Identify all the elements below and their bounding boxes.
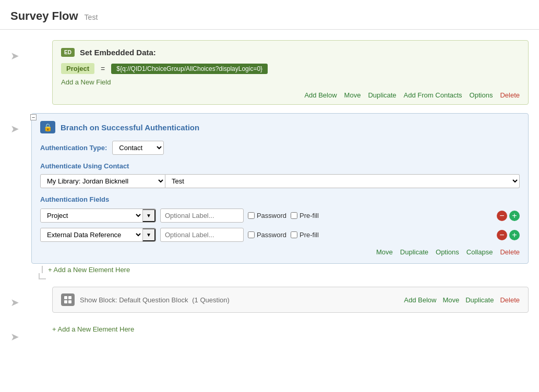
page-header: Survey Flow Test <box>0 0 539 30</box>
prefill-label-2: Pre-fill <box>300 231 319 239</box>
duplicate-button-1[interactable]: Duplicate <box>368 91 396 99</box>
prefill-checkbox-2[interactable] <box>291 231 297 238</box>
move-button-1[interactable]: Move <box>344 91 361 99</box>
optional-label-2[interactable] <box>160 228 244 242</box>
add-new-field-link[interactable]: Add a New Field <box>61 78 520 86</box>
prefill-checkbox-row-2[interactable]: Pre-fill <box>291 231 319 239</box>
embedded-block-title: Set Embedded Data: <box>80 48 156 57</box>
password-checkbox-row-1[interactable]: Password <box>248 212 286 219</box>
add-new-element-branch[interactable]: + Add a New Element Here <box>48 266 130 274</box>
duplicate-button-2[interactable]: Duplicate <box>400 248 428 256</box>
svg-rect-1 <box>68 296 71 299</box>
svg-rect-2 <box>64 300 67 303</box>
password-checkbox-1[interactable] <box>248 212 255 219</box>
password-label-1: Password <box>257 212 286 219</box>
branch-block-title: Branch on Successful Authentication <box>61 123 199 132</box>
auth-fields-label: Authentication Fields <box>40 195 520 203</box>
page-subtitle: Test <box>85 13 98 21</box>
field-chevron-1[interactable]: ▼ <box>142 209 155 222</box>
value-tag: ${q://QID1/ChoiceGroup/AllChoices?displa… <box>111 64 268 74</box>
move-button-2[interactable]: Move <box>376 248 393 256</box>
auth-using-contact-label: Authenticate Using Contact <box>40 162 520 170</box>
field-select-2[interactable]: External Data Reference Project <box>41 228 142 241</box>
show-block-icon <box>61 293 75 306</box>
add-from-contacts-button[interactable]: Add From Contacts <box>404 91 462 99</box>
page-title: Survey Flow <box>10 9 78 23</box>
show-block-title: Show Block: Default Question Block (1 Qu… <box>80 296 230 304</box>
prefill-checkbox-row-1[interactable]: Pre-fill <box>291 212 319 219</box>
arrow-right-icon-3: ➤ <box>10 296 19 309</box>
add-below-button-3[interactable]: Add Below <box>404 296 436 304</box>
add-field-1[interactable]: + <box>509 211 520 221</box>
delete-button-3[interactable]: Delete <box>500 296 520 304</box>
add-field-2[interactable]: + <box>509 230 520 240</box>
duplicate-button-3[interactable]: Duplicate <box>465 296 494 304</box>
arrow-right-icon-1: ➤ <box>10 50 19 62</box>
arrow-right-icon-2: ➤ <box>10 123 19 135</box>
auth-type-select[interactable]: Contact SSO Basic <box>112 141 164 155</box>
delete-button-1[interactable]: Delete <box>500 91 520 99</box>
equals-sign: = <box>101 65 105 73</box>
lock-icon: 🔒 <box>40 121 55 133</box>
options-button-1[interactable]: Options <box>470 91 493 99</box>
password-checkbox-2[interactable] <box>248 231 255 238</box>
prefill-label-1: Pre-fill <box>300 212 319 219</box>
collapse-marker[interactable]: − <box>30 114 37 120</box>
project-field-tag: Project <box>61 63 94 74</box>
ed-icon: ED <box>61 48 75 57</box>
field-select-1[interactable]: Project External Data Reference <box>41 209 142 222</box>
question-count: (1 Question) <box>192 296 230 304</box>
remove-field-1[interactable]: − <box>497 211 507 221</box>
optional-label-1[interactable] <box>160 209 244 223</box>
branch-block: 🔒 Branch on Successful Authentication Au… <box>31 113 529 264</box>
add-new-element-main[interactable]: + Add a New Element Here <box>52 321 529 337</box>
survey-select[interactable]: Test <box>165 174 520 188</box>
show-block: Show Block: Default Question Block (1 Qu… <box>52 287 529 313</box>
prefill-checkbox-1[interactable] <box>291 212 297 219</box>
options-button-2[interactable]: Options <box>436 248 459 256</box>
arrow-right-icon-4: ➤ <box>10 330 19 343</box>
password-checkbox-row-2[interactable]: Password <box>248 231 286 239</box>
auth-type-label: Authentication Type: <box>40 144 107 152</box>
embedded-data-block: ED Set Embedded Data: Project = ${q://QI… <box>52 40 529 105</box>
collapse-button[interactable]: Collapse <box>466 248 493 256</box>
move-button-3[interactable]: Move <box>442 296 459 304</box>
password-label-2: Password <box>257 231 286 239</box>
field-chevron-2[interactable]: ▼ <box>142 228 155 241</box>
delete-button-2[interactable]: Delete <box>500 248 520 256</box>
library-select[interactable]: My Library: Jordan Bicknell <box>40 174 165 188</box>
remove-field-2[interactable]: − <box>497 230 507 240</box>
svg-rect-0 <box>64 296 67 299</box>
svg-rect-3 <box>68 300 71 303</box>
add-below-button-1[interactable]: Add Below <box>304 91 337 99</box>
